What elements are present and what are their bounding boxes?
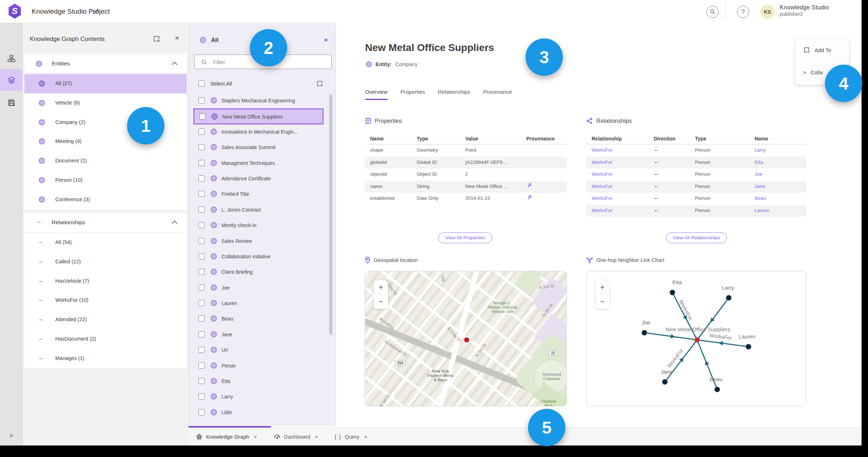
item-checkbox[interactable] [199,160,205,166]
close-tab-icon[interactable]: × [254,434,257,440]
add-selection-icon[interactable] [316,80,323,87]
item-checkbox[interactable] [199,144,205,150]
detail-tab-properties[interactable]: Properties [401,89,425,100]
item-checkbox[interactable] [199,253,205,259]
section-header-entities[interactable]: Entities [24,54,187,74]
tab-query[interactable]: { } Query × [335,434,367,440]
item-checkbox[interactable] [199,222,205,228]
item-checkbox[interactable] [199,129,205,135]
graph-node[interactable] [662,379,667,384]
list-item[interactable]: Montly check-in [193,218,323,233]
sidebar-item[interactable]: All (27) [24,74,187,93]
cell-name-link[interactable]: Etta [755,160,763,165]
detail-tab-relationships[interactable]: Relationships [438,89,470,100]
sidebar-item[interactable]: →Called (12) [24,252,187,272]
cell-relationship-link[interactable]: WorksFor [592,171,612,177]
item-checkbox[interactable] [199,114,205,120]
list-item[interactable]: Sales Associate Summit [193,140,323,155]
collapse-panel-icon[interactable]: « [324,36,328,43]
item-checkbox[interactable] [199,378,205,384]
list-item[interactable]: Collaboration initiative [193,249,323,264]
item-checkbox[interactable] [199,97,205,103]
select-all-checkbox[interactable] [199,80,205,87]
item-checkbox[interactable] [199,347,205,353]
close-panel-icon[interactable]: × [175,33,179,43]
geospatial-map[interactable]: W Clay StSalN 3rd StMaggie L. Walker Nat… [365,271,567,406]
list-item[interactable]: Sales Review [193,234,323,249]
edit-title-icon[interactable] [93,8,100,15]
list-item[interactable]: Beau [193,311,323,327]
list-item[interactable]: Staplers Mechanical Engineering [193,93,323,109]
section-header-relationships[interactable]: →Relationships [24,213,187,233]
sidebar-item[interactable]: Conference (3) [24,190,187,209]
item-checkbox[interactable] [199,393,205,400]
close-tab-icon[interactable]: × [364,434,367,440]
provenance-flag-icon[interactable] [526,183,532,189]
detail-tab-overview[interactable]: Overview [365,89,388,100]
user-block[interactable]: Knowledge Studio publisher2 [780,4,829,18]
list-item[interactable]: Client Briefing [193,264,323,280]
list-item[interactable]: Larry [193,389,323,405]
graph-node[interactable] [642,330,647,335]
item-checkbox[interactable] [199,191,205,197]
table-row[interactable]: shapeGeometryPoint [365,144,567,157]
list-item[interactable]: Attendance Certificate [193,171,323,186]
close-tab-icon[interactable]: × [315,434,318,440]
item-checkbox[interactable] [199,331,205,337]
list-item[interactable]: Persie [193,358,323,374]
cell-name-link[interactable]: Lauren [755,208,770,213]
cell-relationship-link[interactable]: WorksFor [592,184,612,189]
center-node[interactable] [695,337,700,342]
help-button[interactable]: ? [737,6,749,18]
item-checkbox[interactable] [199,363,205,369]
provenance-flag-icon[interactable] [526,194,532,200]
rail-item-save[interactable] [0,92,23,114]
list-item[interactable]: L. Jones Contract [193,202,323,218]
view-all-relationships-button[interactable]: View All Relationships [666,232,727,243]
cell-name-link[interactable]: Jane [755,184,765,189]
cell-relationship-link[interactable]: WorksFor [592,195,612,201]
list-item[interactable]: Joe [193,280,323,296]
list-item[interactable]: Firebird Title [193,186,323,202]
item-checkbox[interactable] [199,175,205,181]
list-item[interactable]: Etta [193,374,323,389]
item-checkbox[interactable] [199,238,205,244]
item-checkbox[interactable] [199,269,205,275]
list-item[interactable]: Managment Techniques [193,156,323,171]
expand-rail-icon[interactable]: » [0,431,23,439]
graph-node[interactable] [670,290,675,295]
sidebar-item[interactable]: Vehicle (6) [24,93,187,113]
sidebar-item[interactable]: Meeting (4) [24,132,187,151]
zoom-in-button[interactable]: + [595,280,610,295]
table-row[interactable]: WorksFor←PersonJoe [586,169,806,181]
cell-name-link[interactable]: Beau [755,195,766,201]
detail-tab-provenance[interactable]: Provenance [483,89,512,100]
list-item[interactable]: Jane [193,327,323,342]
list-scrollbar[interactable] [329,94,332,334]
sidebar-item[interactable]: →HasDocument (2) [24,329,187,349]
table-row[interactable]: WorksFor←PersonLauren [586,205,806,217]
table-row[interactable]: WorksFor←PersonJane [586,181,806,193]
table-row[interactable]: WorksFor←PersonEtta [586,157,806,169]
rail-item-contents[interactable] [0,69,23,91]
zoom-out-button[interactable]: − [374,295,388,309]
chevron-up-icon[interactable] [172,221,178,226]
item-checkbox[interactable] [199,315,205,322]
chevron-up-icon[interactable] [172,62,178,68]
rail-item-data-model[interactable] [0,48,23,69]
cell-relationship-link[interactable]: WorksFor [592,208,612,213]
table-row[interactable]: objectidObject ID2 [365,169,567,181]
table-row[interactable]: establishedDate Only2014-01-23 [365,193,567,205]
add-to-map-icon[interactable] [153,35,160,43]
item-checkbox[interactable] [199,285,205,291]
list-item[interactable]: Innovations in Mechanical Engin... [193,124,323,140]
search-button[interactable] [706,6,719,18]
avatar[interactable]: KS [760,5,775,19]
select-all-row[interactable]: Select All [189,77,336,90]
table-row[interactable]: WorksFor←PersonLarry [586,144,806,157]
sidebar-item[interactable]: →HasVehicle (7) [24,272,187,291]
link-chart[interactable]: WorksForWorksForWorksForEttaLarryJoeLaur… [586,271,806,406]
view-all-properties-button[interactable]: View All Properties [438,232,492,243]
cell-name-link[interactable]: Joe [755,171,762,177]
zoom-out-button[interactable]: − [595,295,610,309]
